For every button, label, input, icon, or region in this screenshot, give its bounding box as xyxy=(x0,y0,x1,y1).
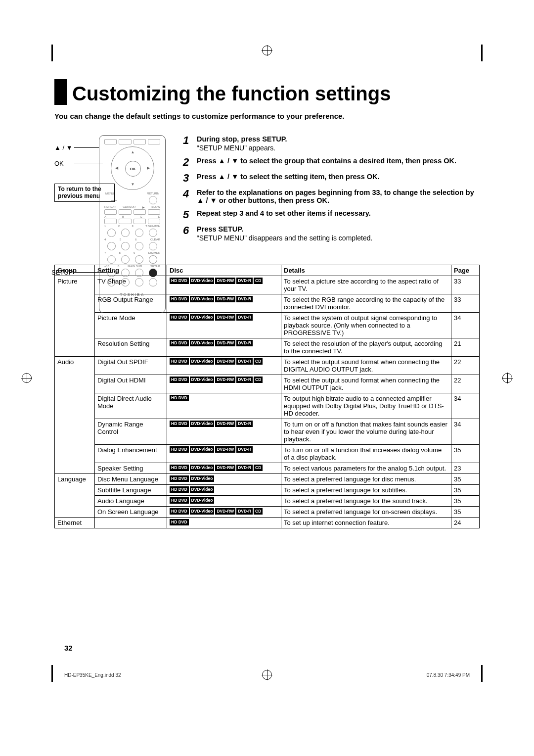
cell-disc: HD DVDDVD-VideoDVD-RWDVD-RCD xyxy=(167,357,281,375)
disc-badge: DVD-R xyxy=(236,314,253,321)
footer-timestamp: 07.8.30 7:34:49 PM xyxy=(427,672,470,678)
cell-page: 33 xyxy=(451,294,480,313)
disc-badge: CD xyxy=(254,377,263,383)
registration-mark-icon xyxy=(22,373,32,383)
cell-setting: Picture Mode xyxy=(95,313,167,338)
cell-disc: HD DVD xyxy=(167,393,281,419)
disc-badge: DVD-Video xyxy=(190,377,215,383)
remote-diagram: ▲▼ ◀▶ OK MENURETURN REPEATCURSOR▶SLOW AB… xyxy=(99,135,166,313)
cell-details: To set up internet connection feature. xyxy=(281,518,451,528)
cell-setting: Subttitle Language xyxy=(95,485,167,496)
table-row: Subttitle LanguageHD DVDDVD-VideoTo sele… xyxy=(55,485,480,496)
table-row: Speaker SettingHD DVDDVD-VideoDVD-RWDVD-… xyxy=(55,463,480,474)
disc-badge: HD DVD xyxy=(170,296,189,302)
step-number: 3 xyxy=(183,173,197,184)
step-title: Press SETUP. xyxy=(197,225,480,233)
disc-badge: DVD-Video xyxy=(190,296,215,302)
cell-setting: Digital Out HDMI xyxy=(95,375,167,393)
disc-badge: CD xyxy=(254,508,263,515)
disc-badge: DVD-RW xyxy=(215,296,235,302)
table-row: On Screen LanguageHD DVDDVD-VideoDVD-RWD… xyxy=(55,507,480,518)
disc-badge: CD xyxy=(254,278,263,284)
step-number: 6 xyxy=(183,225,197,236)
cell-details: To select the output sound format when c… xyxy=(281,375,451,393)
cell-setting: Speaker Setting xyxy=(95,463,167,474)
cell-setting: On Screen Language xyxy=(95,507,167,518)
cell-details: To select the resolution of the player's… xyxy=(281,338,451,357)
step-subtext: “SETUP MENU” disappears and the setting … xyxy=(197,234,480,242)
cell-disc: HD DVDDVD-Video xyxy=(167,474,281,485)
cell-details: To output high bitrate audio to a connec… xyxy=(281,393,451,419)
disc-badge: DVD-R xyxy=(236,340,253,346)
cell-setting: Dynamic Range Control xyxy=(95,419,167,445)
disc-badge: CD xyxy=(254,358,263,365)
disc-badge: DVD-R xyxy=(236,508,253,515)
disc-badge: HD DVD xyxy=(170,395,189,401)
disc-badge: DVD-Video xyxy=(190,465,215,471)
disc-badge: DVD-R xyxy=(236,465,253,471)
disc-badge: DVD-R xyxy=(236,377,253,383)
disc-badge: HD DVD xyxy=(170,278,189,284)
disc-badge: HD DVD xyxy=(170,497,189,504)
registration-mark-icon xyxy=(262,670,272,680)
cell-details: To select the output sound format when c… xyxy=(281,357,451,375)
page-number: 32 xyxy=(64,644,73,652)
cell-disc: HD DVDDVD-VideoDVD-RWDVD-R xyxy=(167,294,281,313)
table-row: Digital Direct Audio ModeHD DVDTo output… xyxy=(55,393,480,419)
cell-group: Picture xyxy=(55,276,95,357)
crop-mark xyxy=(35,45,53,61)
cell-page: 21 xyxy=(451,338,480,357)
disc-badge: CD xyxy=(254,465,263,471)
disc-badge: DVD-R xyxy=(236,446,253,453)
step: 6Press SETUP.“SETUP MENU” disappears and… xyxy=(183,225,480,242)
remote-illustration: ▲ / ▼ OK SETUP To return to the previous… xyxy=(54,135,168,247)
disc-badge: DVD-Video xyxy=(190,278,215,284)
footer-filename: HD-EP35KE_Eng.indd 32 xyxy=(64,672,121,678)
step-number: 2 xyxy=(183,157,197,168)
cell-page: 35 xyxy=(451,496,480,507)
disc-badge: HD DVD xyxy=(170,475,189,482)
cell-setting: Dialog Enhancement xyxy=(95,445,167,463)
cell-setting: Digital Out SPDIF xyxy=(95,357,167,375)
disc-badge: HD DVD xyxy=(170,446,189,453)
disc-badge: DVD-Video xyxy=(190,446,215,453)
cell-details: To select the system of output signal co… xyxy=(281,313,451,338)
cell-page: 22 xyxy=(451,375,480,393)
label-setup: SETUP xyxy=(51,269,73,276)
disc-badge: HD DVD xyxy=(170,486,189,493)
disc-badge: DVD-RW xyxy=(215,358,235,365)
disc-badge: DVD-RW xyxy=(215,314,235,321)
disc-badge: HD DVD xyxy=(170,377,189,383)
table-row: LanguageDisc Menu LanguageHD DVDDVD-Vide… xyxy=(55,474,480,485)
cell-details: To turn on or off a function that makes … xyxy=(281,419,451,445)
cell-page: 35 xyxy=(451,485,480,496)
step-title: Repeat step 3 and 4 to set other items i… xyxy=(197,209,480,217)
cell-disc: HD DVDDVD-Video xyxy=(167,485,281,496)
cell-setting: Resolution Setting xyxy=(95,338,167,357)
disc-badge: DVD-R xyxy=(236,421,253,427)
step: 4Refer to the explanations on pages begi… xyxy=(183,189,480,204)
cell-page: 34 xyxy=(451,419,480,445)
disc-badge: DVD-RW xyxy=(215,278,235,284)
disc-badge: DVD-RW xyxy=(215,421,235,427)
disc-badge: DVD-Video xyxy=(190,314,215,321)
cell-disc: HD DVDDVD-VideoDVD-RWDVD-R xyxy=(167,313,281,338)
table-row: Dynamic Range ControlHD DVDDVD-VideoDVD-… xyxy=(55,419,480,445)
cell-disc: HD DVD xyxy=(167,518,281,528)
cell-group: Audio xyxy=(55,357,95,474)
cell-disc: HD DVDDVD-VideoDVD-RWDVD-RCD xyxy=(167,463,281,474)
disc-badge: HD DVD xyxy=(170,421,189,427)
disc-badge: DVD-RW xyxy=(215,465,235,471)
table-row: Digital Out HDMIHD DVDDVD-VideoDVD-RWDVD… xyxy=(55,375,480,393)
cell-page: 33 xyxy=(451,276,480,294)
table-row: EthernetHD DVDTo set up internet connect… xyxy=(55,518,480,528)
disc-badge: HD DVD xyxy=(170,465,189,471)
disc-badge: DVD-Video xyxy=(190,475,215,482)
step-title: Refer to the explanations on pages begin… xyxy=(197,189,480,204)
cell-page: 24 xyxy=(451,518,480,528)
table-row: Audio LanguageHD DVDDVD-VideoTo select a… xyxy=(55,496,480,507)
th-disc: Disc xyxy=(167,265,281,276)
cell-disc: HD DVDDVD-VideoDVD-RWDVD-RCD xyxy=(167,507,281,518)
th-details: Details xyxy=(281,265,451,276)
disc-badge: DVD-Video xyxy=(190,340,215,346)
